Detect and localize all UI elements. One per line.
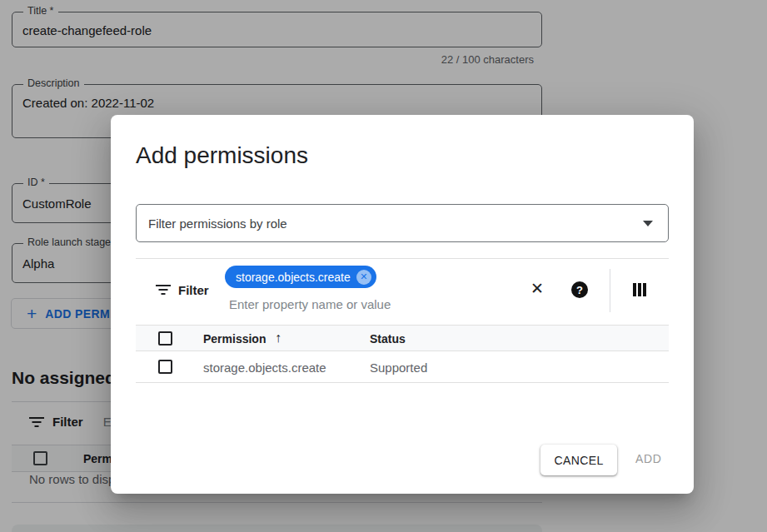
clear-filters-icon[interactable]: ✕	[530, 281, 544, 296]
add-button[interactable]: ADD	[635, 452, 661, 465]
column-display-options-icon[interactable]	[633, 283, 646, 296]
dialog-filter-label: Filter	[178, 283, 209, 297]
dialog-filter-input[interactable]: Enter property name or value	[229, 297, 391, 311]
dialog-table-header: Permission ↑ Status	[136, 325, 669, 351]
chevron-down-icon	[643, 221, 653, 226]
add-permissions-dialog: Add permissions Filter permissions by ro…	[111, 115, 694, 494]
help-icon[interactable]: ?	[571, 281, 588, 298]
help-glyph: ?	[576, 283, 583, 296]
filter-chip-label: storage.objects.create	[236, 271, 351, 284]
filter-icon	[156, 285, 171, 295]
row-checkbox[interactable]	[158, 360, 172, 374]
permission-table-row[interactable]: storage.objects.create Supported	[136, 352, 669, 383]
select-all-checkbox[interactable]	[158, 331, 172, 346]
filter-chip[interactable]: storage.objects.create ✕	[225, 266, 376, 288]
toolbar-vertical-divider	[610, 269, 610, 312]
permission-column-header[interactable]: Permission	[203, 332, 266, 346]
chip-remove-icon[interactable]: ✕	[356, 270, 371, 285]
status-cell: Supported	[370, 360, 427, 375]
filter-permissions-by-role-select[interactable]: Filter permissions by role	[136, 204, 669, 242]
sort-ascending-icon[interactable]: ↑	[275, 331, 281, 346]
status-column-header[interactable]: Status	[370, 332, 406, 346]
cancel-button[interactable]: CANCEL	[540, 445, 617, 475]
dialog-title: Add permissions	[136, 142, 308, 169]
role-select-placeholder: Filter permissions by role	[148, 216, 643, 231]
permission-cell: storage.objects.create	[203, 360, 326, 375]
toolbar-divider	[136, 258, 669, 259]
screen: Title * create-changefeed-role 22 / 100 …	[0, 0, 767, 532]
